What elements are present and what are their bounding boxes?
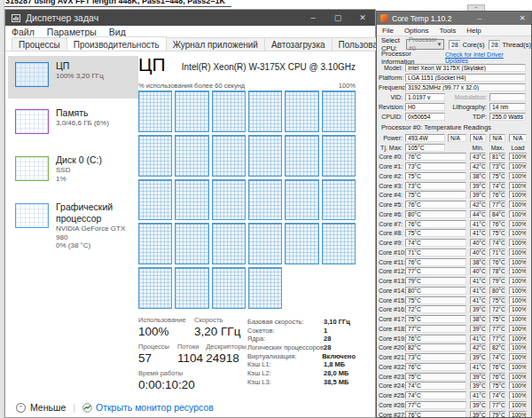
tab[interactable]: Автозагрузка: [264, 37, 332, 51]
core-max-field: 74°C: [489, 391, 505, 399]
close-button[interactable]: ✕: [513, 14, 531, 22]
stat-value: 100%: [138, 325, 194, 339]
core-label: Core #3:: [379, 183, 405, 189]
info-value-field: LGA 1151 (Socket H4): [405, 74, 526, 82]
menu-item[interactable]: Файл: [5, 27, 41, 37]
core-min-field: 38°C: [470, 172, 486, 180]
core-label: Core #6:: [379, 211, 405, 217]
core-temp-field: 76°C: [405, 201, 466, 209]
core-usage-graph: [285, 223, 318, 264]
core-min-field: 39°C: [470, 373, 486, 381]
menu-item[interactable]: Help: [461, 27, 486, 35]
metric-title: ЦП: [56, 60, 104, 72]
core-temp-row: Core #21: 73°C 39°C 74°C 100%: [377, 352, 531, 362]
maximize-button[interactable]: ▢: [325, 10, 350, 26]
core-temp-row: Core #19: 76°C 41°C 77°C 100%: [377, 334, 531, 343]
tab[interactable]: Журнал приложений: [166, 37, 265, 51]
graph-max-label: 100%: [339, 82, 356, 90]
core-temp-field: 71°C: [405, 248, 466, 256]
core-temp-field: 75°C: [405, 229, 466, 237]
core-min-field: 40°C: [470, 267, 486, 275]
spec-row: Логических процессоров: 28: [247, 343, 356, 352]
info-label-2: Modulation:: [445, 94, 489, 100]
menu-item[interactable]: Tools: [434, 27, 461, 35]
less-details-button[interactable]: Меньше: [30, 402, 66, 413]
metric-title: Память: [56, 107, 109, 119]
core-usage-graph: [175, 267, 208, 309]
core-max-field: 76°C: [489, 373, 505, 381]
core-load-field: 100%: [509, 210, 527, 218]
sidebar-item[interactable]: Диск 0 (C:) SSD 1%: [8, 150, 138, 193]
menu-item[interactable]: Options: [399, 27, 434, 35]
info-label: VID:: [379, 94, 405, 100]
core-temp-field: 76°C: [405, 363, 466, 371]
open-resource-monitor-link[interactable]: Открыть монитор ресурсов: [96, 402, 214, 413]
core-usage-graph: [322, 223, 356, 264]
core-load-field: 100%: [509, 363, 527, 371]
tab[interactable]: Процессы: [12, 37, 67, 51]
spec-row: Ядра: 28: [247, 335, 356, 343]
core-label: Core #7:: [379, 221, 405, 227]
core-load-field: 100%: [509, 248, 527, 256]
core-min-field: 41°C: [470, 277, 486, 285]
core-usage-graph: [248, 179, 282, 221]
task-manager-titlebar[interactable]: Диспетчер задач – ▢ ✕: [5, 10, 375, 26]
minimize-button[interactable]: –: [301, 10, 325, 26]
spec-label: Сокетов:: [247, 327, 324, 335]
chevron-up-icon: ⌃: [16, 403, 26, 413]
info-value-field: 1.0197 v: [405, 93, 445, 101]
core-max-field: 76°C: [489, 363, 505, 371]
metric-thumbnail: [15, 203, 49, 228]
info-value-field-2: 14 nm: [489, 103, 526, 111]
close-button[interactable]: ✕: [350, 10, 375, 26]
core-usage-graph: [212, 135, 246, 177]
core-max-field: 75°C: [489, 382, 505, 390]
core-load-field: 100%: [509, 162, 527, 170]
core-temp-row: Core #6: 80°C 44°C 84°C 100%: [377, 209, 531, 219]
info-value-field: H0: [405, 103, 445, 111]
core-temp-field: 76°C: [405, 411, 466, 418]
core-label: Core #22:: [379, 364, 405, 370]
spec-label: Логических процессоров:: [247, 343, 324, 351]
core-usage-graph: [285, 135, 318, 177]
core-usage-graph: [285, 91, 318, 132]
graph-caption-row: % использования более 60 секунд 100%: [138, 82, 356, 90]
core-temp-field: 75°C: [405, 315, 466, 323]
info-row: VID: 1.0197 v Modulation:: [377, 92, 531, 102]
core-load-field: 100%: [509, 267, 527, 275]
core-max-field: 81°C: [489, 153, 505, 161]
sidebar-item[interactable]: Графический процессор NVIDIA GeForce GTX…: [8, 197, 138, 240]
core-min-field: 39°C: [470, 382, 486, 390]
power-na-field: N/A: [509, 134, 527, 142]
sidebar-item[interactable]: ЦП 100% 3,20 ГГц: [8, 56, 138, 99]
core-max-field: 71°C: [489, 248, 505, 256]
core-temp-row: Core #10: 71°C 40°C 71°C 100%: [377, 248, 531, 257]
spec-value: 3,10 ГГц: [324, 318, 350, 326]
core-max-field: 75°C: [489, 296, 505, 304]
core-min-field: 41°C: [470, 391, 486, 399]
minimize-button[interactable]: –: [471, 14, 489, 22]
core-temp-row: Core #27: 76°C 39°C 79°C 100%: [377, 410, 531, 418]
core-temp-row: Core #9: 74°C 40°C 74°C 100%: [377, 238, 531, 248]
spec-value: 28: [324, 343, 331, 351]
spec-label: Кэш L3:: [247, 378, 324, 386]
temperature-table: Power: 493.4W N/A N/A N/A N/A Tj. Max: 1…: [377, 133, 531, 418]
spec-label: Базовая скорость:: [247, 318, 324, 326]
core-max-field: 79°C: [489, 277, 505, 285]
logical-processor-graphs: [138, 91, 356, 309]
menu-item[interactable]: File: [377, 27, 399, 35]
core-usage-graph: [248, 91, 282, 132]
core-load-field: 100%: [509, 172, 527, 180]
sidebar-item[interactable]: Память 3,0/46,6 ГБ (6%): [8, 103, 138, 146]
tab[interactable]: Производительность: [66, 36, 167, 51]
core-min-field: 42°C: [470, 343, 486, 351]
core-label: Core #10:: [379, 249, 405, 256]
task-manager-tabs: ПроцессыПроизводительностьЖурнал приложе…: [5, 38, 375, 51]
core-temp-titlebar[interactable]: Core Temp 1.10.2 – ✕: [377, 12, 531, 25]
driver-update-link[interactable]: Check for Intel Driver Updates: [445, 51, 527, 64]
core-temp-row: Core #23: 75°C 39°C 76°C 100%: [377, 372, 531, 382]
tjmax-label: Tj. Max:: [379, 145, 405, 151]
core-load-field: 100%: [509, 182, 527, 190]
core-temp-row: Core #2: 75°C 38°C 75°C 100%: [377, 171, 531, 181]
processor-select[interactable]: Processor #0 ▼: [406, 39, 444, 50]
